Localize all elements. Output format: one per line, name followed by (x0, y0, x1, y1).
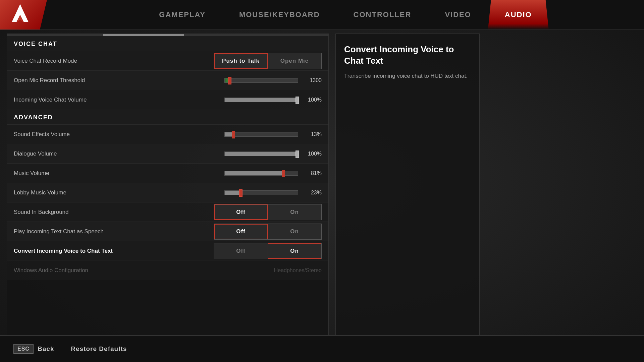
convert-incoming-voice-on-button[interactable]: On (268, 243, 321, 259)
incoming-voice-volume-track[interactable] (224, 98, 298, 102)
back-label: Back (38, 345, 54, 353)
setting-row-play-incoming-text-chat: Play Incoming Text Chat as Speech Off On (7, 222, 328, 241)
setting-row-windows-audio-config: Windows Audio Configuration Headphones/S… (7, 260, 328, 280)
info-panel-description: Transcribe incoming voice chat to HUD te… (344, 72, 471, 80)
restore-defaults-button[interactable]: Restore Defaults (71, 345, 127, 353)
setting-row-voice-chat-record-mode: Voice Chat Record Mode Push to Talk Open… (7, 51, 328, 70)
tab-video[interactable]: VIDEO (428, 0, 488, 29)
tab-audio[interactable]: AUDIO (488, 0, 549, 29)
section-header-advanced: ADVANCED (7, 109, 328, 124)
open-mic-threshold-fill (225, 78, 230, 82)
dialogue-volume-fill (225, 152, 298, 156)
music-volume-track[interactable] (224, 171, 298, 176)
lobby-music-volume-track[interactable] (224, 190, 298, 195)
windows-audio-config-value: Headphones/Stereo (274, 267, 322, 274)
push-to-talk-button[interactable]: Push to Talk (214, 53, 268, 69)
open-mic-button[interactable]: Open Mic (268, 53, 321, 69)
nav-tabs: GAMEPLAY MOUSE/KEYBOARD CONTROLLER VIDEO… (47, 0, 644, 29)
top-navigation: GAMEPLAY MOUSE/KEYBOARD CONTROLLER VIDEO… (0, 0, 644, 30)
restore-defaults-label: Restore Defaults (71, 345, 127, 353)
back-button[interactable]: ESC Back (13, 344, 54, 354)
sound-effects-volume-label: Sound Effects Volume (14, 131, 224, 138)
dialogue-volume-label: Dialogue Volume (14, 150, 224, 157)
setting-row-dialogue-volume: Dialogue Volume 100% (7, 144, 328, 163)
setting-row-sound-in-background: Sound In Background Off On (7, 202, 328, 222)
dialogue-volume-thumb (296, 150, 299, 158)
sound-in-background-toggle-pair: Off On (214, 204, 322, 220)
incoming-voice-volume-value: 100% (303, 97, 322, 103)
open-mic-threshold-thumb (228, 77, 231, 84)
convert-incoming-voice-toggle-pair: Off On (214, 243, 322, 259)
play-incoming-text-chat-on-button[interactable]: On (268, 224, 321, 239)
setting-row-sound-effects-volume: Sound Effects Volume 13% (7, 124, 328, 144)
sound-effects-volume-track[interactable] (224, 132, 298, 137)
convert-incoming-voice-label: Convert Incoming Voice to Chat Text (14, 248, 214, 254)
sound-in-background-label: Sound In Background (14, 209, 214, 216)
play-incoming-text-chat-label: Play Incoming Text Chat as Speech (14, 228, 214, 235)
setting-row-music-volume: Music Volume 81% (7, 163, 328, 183)
lobby-music-volume-value: 23% (303, 190, 322, 196)
play-incoming-text-chat-toggle-pair: Off On (214, 224, 322, 240)
open-mic-threshold-value: 1300 (303, 77, 322, 83)
incoming-voice-volume-thumb (296, 97, 299, 104)
lobby-music-volume-thumb (239, 189, 243, 197)
sound-effects-volume-value: 13% (303, 131, 322, 137)
open-mic-threshold-label: Open Mic Record Threshold (14, 77, 224, 84)
sound-effects-volume-control: 13% (224, 131, 322, 137)
tab-mouse-keyboard[interactable]: MOUSE/KEYBOARD (222, 0, 337, 29)
logo-area (0, 0, 47, 29)
tab-controller[interactable]: CONTROLLER (337, 0, 428, 29)
settings-panel: VOICE CHAT Voice Chat Record Mode Push t… (7, 34, 329, 335)
incoming-voice-volume-fill (225, 98, 298, 102)
tab-gameplay[interactable]: GAMEPLAY (142, 0, 222, 29)
sound-effects-volume-fill (225, 132, 234, 136)
apex-logo (8, 3, 32, 26)
lobby-music-volume-label: Lobby Music Volume (14, 189, 224, 196)
lobby-music-volume-control: 23% (224, 190, 322, 196)
setting-row-convert-incoming-voice: Convert Incoming Voice to Chat Text Off … (7, 241, 328, 260)
sound-in-background-control: Off On (214, 204, 322, 220)
sound-in-background-on-button[interactable]: On (268, 204, 321, 220)
setting-row-incoming-voice-volume: Incoming Voice Chat Volume 100% (7, 90, 328, 109)
music-volume-fill (225, 171, 284, 175)
main-content: VOICE CHAT Voice Chat Record Mode Push t… (0, 30, 644, 335)
windows-audio-config-label: Windows Audio Configuration (14, 267, 274, 274)
dialogue-volume-track[interactable] (224, 152, 298, 156)
incoming-voice-volume-control: 100% (224, 97, 322, 103)
music-volume-thumb (282, 170, 285, 177)
voice-chat-record-mode-label: Voice Chat Record Mode (14, 58, 214, 64)
setting-row-lobby-music-volume: Lobby Music Volume 23% (7, 183, 328, 202)
play-incoming-text-chat-off-button[interactable]: Off (214, 224, 268, 239)
dialogue-volume-value: 100% (303, 151, 322, 157)
setting-row-open-mic-threshold: Open Mic Record Threshold 1300 (7, 70, 328, 90)
convert-incoming-voice-control: Off On (214, 243, 322, 259)
music-volume-label: Music Volume (14, 170, 224, 177)
incoming-voice-volume-label: Incoming Voice Chat Volume (14, 97, 224, 103)
voice-chat-record-mode-control: Push to Talk Open Mic (214, 53, 322, 69)
open-mic-threshold-control: 1300 (224, 77, 322, 83)
music-volume-control: 81% (224, 170, 322, 176)
music-volume-value: 81% (303, 170, 322, 176)
convert-incoming-voice-off-button[interactable]: Off (214, 243, 268, 259)
esc-key-badge: ESC (13, 344, 34, 354)
dialogue-volume-control: 100% (224, 151, 322, 157)
scroll-bar (103, 34, 184, 36)
open-mic-threshold-track[interactable] (224, 78, 298, 83)
section-header-voice-chat: VOICE CHAT (7, 36, 328, 51)
info-panel: Convert Incoming Voice to Chat Text Tran… (335, 34, 480, 335)
scroll-indicator (7, 34, 328, 36)
lobby-music-volume-fill (225, 191, 241, 195)
info-panel-title: Convert Incoming Voice to Chat Text (344, 44, 471, 67)
bottom-bar: ESC Back Restore Defaults (0, 335, 644, 362)
sound-in-background-off-button[interactable]: Off (214, 204, 268, 220)
sound-effects-volume-thumb (232, 131, 235, 138)
voice-chat-record-toggle-pair: Push to Talk Open Mic (214, 53, 322, 69)
play-incoming-text-chat-control: Off On (214, 224, 322, 240)
